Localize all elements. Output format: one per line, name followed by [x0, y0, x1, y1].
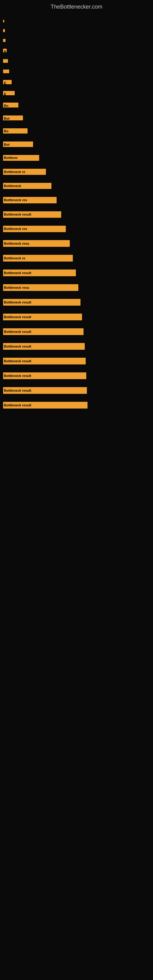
bar-row: Bottleneck result [0, 384, 153, 397]
bar-label: Bottleneck result [3, 387, 31, 394]
bar-block: Bottleneck [3, 183, 51, 189]
bar-label: Bottleneck res [3, 197, 27, 204]
bar-label: Bo [3, 129, 9, 134]
bar-label: Bottleneck resu [3, 240, 29, 247]
bar-label: Bottleneck result [3, 343, 31, 350]
bar-row: Bottleneck [0, 180, 153, 192]
bar-row [0, 57, 153, 65]
bar-row: Bottleneck res [0, 194, 153, 207]
bar-label: Bottleneck re [3, 255, 26, 261]
bar-row: Bot [0, 138, 153, 150]
bar-label: Bottleneck result [3, 328, 31, 335]
bar-row: Bottleneck re [0, 252, 153, 265]
bar-label: Bottleneck result [3, 269, 31, 276]
bar-label: Bo [3, 103, 9, 108]
bar-block: Bottleneck result [3, 372, 86, 379]
site-header: TheBottlenecker.com [0, 0, 153, 13]
chart-area: BEEBoBotBoBotBottleneBottleneck reBottle… [0, 13, 153, 415]
bar-label: Bottlene [3, 155, 18, 161]
bar-label: Bottleneck result [3, 211, 31, 218]
bar-block: E [3, 91, 15, 95]
bar-block [3, 29, 5, 32]
bar-row: Bottlene [0, 152, 153, 164]
bar-row: Bottleneck result [0, 266, 153, 279]
bar-row: Bot [0, 112, 153, 123]
page-wrapper: TheBottlenecker.com BEEBoBotBoBotBottlen… [0, 0, 153, 415]
bar-block: Bottleneck res [3, 226, 66, 232]
bar-label: Bottleneck resu [3, 284, 29, 291]
bar-block: Bo [3, 103, 18, 108]
bar-label: Bottleneck result [3, 372, 31, 379]
site-title: TheBottlenecker.com [0, 0, 153, 13]
bar-label: Bottleneck result [3, 313, 31, 320]
bar-label: E [3, 81, 6, 85]
bar-label: Bottleneck result [3, 358, 31, 364]
bar-block: B [3, 49, 7, 52]
bar-row: Bottleneck result [0, 310, 153, 323]
bar-block [3, 70, 9, 73]
bar-block: Bottleneck resu [3, 240, 70, 247]
bar-block: Bo [3, 128, 27, 134]
bar-block: Bottleneck re [3, 255, 73, 261]
bar-row: E [0, 78, 153, 87]
bar-row [0, 18, 153, 25]
bar-row: Bo [0, 100, 153, 111]
bar-label: Bottleneck res [3, 226, 27, 232]
bar-row: Bottleneck result [0, 325, 153, 338]
bar-block: Bottlene [3, 155, 39, 161]
bar-block: Bot [3, 142, 33, 147]
bar-row: Bottleneck res [0, 223, 153, 235]
bar-label: E [3, 92, 6, 96]
bar-block: E [3, 80, 12, 84]
bar-block: Bottleneck result [3, 269, 76, 276]
bar-label: Bot [3, 142, 10, 147]
bar-row: Bottleneck result [0, 369, 153, 382]
bar-block: Bottleneck result [3, 211, 61, 218]
bar-label: B [3, 50, 6, 54]
bar-label: Bottleneck re [3, 169, 26, 175]
bar-block: Bot [3, 115, 23, 120]
bar-row: Bo [0, 125, 153, 137]
bar-row: E [0, 89, 153, 98]
bar-row: Bottleneck result [0, 355, 153, 368]
bar-row [0, 37, 153, 45]
bar-block: Bottleneck re [3, 169, 46, 175]
bar-block: Bottleneck res [3, 197, 57, 204]
bar-row [0, 67, 153, 76]
bar-block: Bottleneck resu [3, 284, 78, 291]
bar-block: Bottleneck result [3, 299, 80, 305]
bar-row: Bottleneck re [0, 166, 153, 178]
bar-block: Bottleneck result [3, 328, 83, 335]
bar-label: Bottleneck [3, 183, 21, 189]
bar-row: Bottleneck resu [0, 237, 153, 250]
bar-label: Bottleneck result [3, 402, 31, 409]
bar-block [3, 59, 8, 63]
bar-row: Bottleneck result [0, 208, 153, 221]
bar-block [3, 20, 4, 22]
bar-row: Bottleneck resu [0, 281, 153, 294]
bar-block: Bottleneck result [3, 358, 86, 364]
bar-row [0, 27, 153, 35]
bar-block: Bottleneck result [3, 402, 88, 409]
bar-row: Bottleneck result [0, 399, 153, 412]
bar-row: Bottleneck result [0, 296, 153, 309]
bar-row: B [0, 46, 153, 55]
bar-block: Bottleneck result [3, 313, 82, 320]
bar-block: Bottleneck result [3, 387, 87, 394]
bar-label: Bot [3, 116, 10, 121]
bar-row: Bottleneck result [0, 340, 153, 353]
bar-label: Bottleneck result [3, 299, 31, 305]
bar-block: Bottleneck result [3, 343, 85, 350]
bar-block [3, 39, 5, 42]
